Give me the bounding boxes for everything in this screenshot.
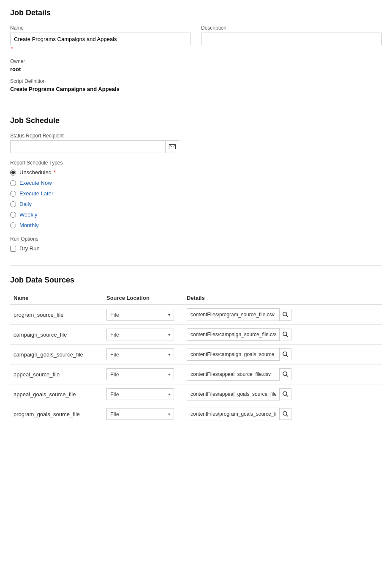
dry-run-checkbox[interactable]	[10, 246, 16, 252]
data-source-details-cell	[183, 384, 382, 404]
radio-weekly-input[interactable]	[10, 212, 16, 218]
radio-weekly-label[interactable]: Weekly	[19, 211, 37, 218]
details-input[interactable]	[187, 348, 280, 361]
details-input[interactable]	[187, 408, 280, 420]
run-options-block: Run Options Dry Run	[10, 236, 382, 252]
search-icon	[283, 391, 289, 397]
details-input[interactable]	[187, 388, 280, 400]
chevron-down-icon: ▾	[168, 352, 170, 357]
chevron-down-icon: ▾	[168, 392, 170, 397]
radio-execute-later: Execute Later	[10, 190, 382, 197]
radio-execute-later-input[interactable]	[10, 191, 16, 197]
job-schedule-section: Job Schedule Status Report Recipient Rep…	[10, 116, 382, 252]
description-form-group: Description	[201, 25, 382, 52]
data-source-name: campaign_goals_source_file	[10, 345, 103, 365]
col-header-details: Details	[183, 292, 382, 305]
data-source-location-cell: File▾	[103, 325, 183, 345]
name-input[interactable]: Create Programs Campaigns and Appeals	[10, 33, 191, 45]
mail-icon	[169, 144, 176, 149]
source-location-value: File	[110, 371, 119, 378]
data-source-location-cell: File▾	[103, 384, 183, 404]
name-description-row: Name Create Programs Campaigns and Appea…	[10, 25, 382, 52]
radio-unscheduled: Unscheduled *	[10, 169, 382, 175]
description-input[interactable]	[201, 33, 382, 45]
svg-point-5	[283, 352, 287, 356]
search-button[interactable]	[280, 348, 291, 360]
details-input[interactable]	[187, 328, 280, 341]
radio-weekly: Weekly	[10, 211, 382, 218]
details-input-wrapper	[187, 348, 378, 361]
data-sources-header-row: Name Source Location Details	[10, 292, 382, 305]
search-icon	[283, 351, 289, 357]
search-button[interactable]	[280, 329, 291, 340]
table-row: appeal_goals_source_fileFile▾	[10, 384, 382, 404]
radio-execute-later-label[interactable]: Execute Later	[19, 190, 53, 197]
details-input[interactable]	[187, 368, 280, 381]
job-data-sources-section: Job Data Sources Name Source Location De…	[10, 276, 382, 424]
svg-point-7	[283, 372, 287, 376]
divider-1	[10, 106, 382, 106]
mail-icon-button[interactable]	[166, 140, 179, 153]
svg-point-9	[283, 392, 287, 395]
source-location-value: File	[110, 391, 119, 398]
search-button[interactable]	[280, 408, 291, 420]
svg-line-8	[286, 375, 288, 377]
search-button[interactable]	[280, 309, 291, 321]
search-icon	[283, 332, 289, 337]
source-location-value: File	[110, 351, 119, 358]
data-source-location-cell: File▾	[103, 404, 183, 424]
source-location-select[interactable]: File▾	[106, 309, 174, 321]
chevron-down-icon: ▾	[168, 372, 170, 377]
report-schedule-types-block: Report Schedule Types Unscheduled * Exec…	[10, 160, 382, 228]
job-details-heading: Job Details	[10, 8, 382, 17]
source-location-select[interactable]: File▾	[106, 368, 174, 380]
owner-block: Owner root	[10, 58, 382, 72]
search-icon	[283, 411, 289, 417]
data-source-details-cell	[183, 325, 382, 345]
name-label: Name	[10, 25, 191, 31]
details-input-wrapper	[187, 408, 378, 420]
source-location-select[interactable]: File▾	[106, 408, 174, 420]
description-label: Description	[201, 25, 382, 31]
script-definition-block: Script Definition Create Programs Campai…	[10, 78, 382, 92]
radio-daily-label[interactable]: Daily	[19, 201, 32, 207]
table-row: program_goals_source_fileFile▾	[10, 404, 382, 424]
source-location-value: File	[110, 332, 119, 338]
radio-monthly-input[interactable]	[10, 222, 16, 228]
divider-2	[10, 265, 382, 266]
radio-unscheduled-label[interactable]: Unscheduled *	[19, 169, 56, 175]
data-sources-tbody: program_source_fileFile▾campaign_source_…	[10, 305, 382, 424]
name-required-star: *	[11, 46, 13, 52]
status-report-input-wrapper	[10, 140, 179, 153]
source-location-value: File	[110, 312, 119, 318]
chevron-down-icon: ▾	[168, 332, 170, 337]
table-row: campaign_source_fileFile▾	[10, 325, 382, 345]
data-source-details-cell	[183, 365, 382, 384]
radio-monthly-label[interactable]: Monthly	[19, 222, 39, 228]
radio-execute-now-label[interactable]: Execute Now	[19, 180, 52, 186]
source-location-select[interactable]: File▾	[106, 388, 174, 400]
script-definition-label: Script Definition	[10, 78, 382, 84]
radio-daily-input[interactable]	[10, 201, 16, 207]
dry-run-item: Dry Run	[10, 245, 382, 252]
radio-unscheduled-input[interactable]	[10, 170, 16, 175]
dry-run-label[interactable]: Dry Run	[19, 245, 40, 252]
details-input[interactable]	[187, 308, 280, 321]
details-input-wrapper	[187, 368, 378, 381]
table-row: program_source_fileFile▾	[10, 305, 382, 325]
data-source-name: appeal_source_file	[10, 365, 103, 384]
data-source-location-cell: File▾	[103, 365, 183, 384]
search-icon	[283, 371, 289, 377]
source-location-select[interactable]: File▾	[106, 348, 174, 360]
search-button[interactable]	[280, 388, 291, 400]
data-source-name: campaign_source_file	[10, 325, 103, 345]
search-button[interactable]	[280, 368, 291, 380]
source-location-select[interactable]: File▾	[106, 329, 174, 340]
job-data-sources-heading: Job Data Sources	[10, 276, 382, 285]
script-definition-value: Create Programs Campaigns and Appeals	[10, 86, 382, 92]
data-source-name: program_source_file	[10, 305, 103, 325]
radio-execute-now-input[interactable]	[10, 180, 16, 186]
status-report-input[interactable]	[10, 140, 166, 153]
unscheduled-required-star: *	[52, 170, 56, 175]
col-header-name: Name	[10, 292, 103, 305]
